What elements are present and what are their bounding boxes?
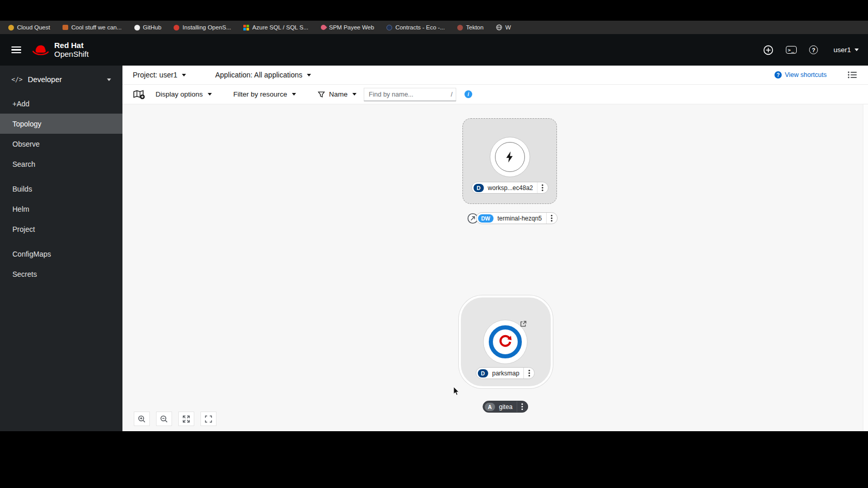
expand-arrows-icon — [182, 415, 191, 423]
bookmark-item[interactable]: Cool stuff we can... — [63, 24, 122, 30]
openshift-icon — [174, 25, 179, 30]
cloud-quest-icon — [8, 25, 14, 30]
sidebar-item-configmaps[interactable]: ConfigMaps — [0, 244, 122, 264]
hamburger-menu-icon[interactable] — [11, 46, 21, 54]
letterbox-bottom — [0, 431, 868, 488]
kebab-menu-icon[interactable] — [546, 213, 557, 224]
terminal-label-pill[interactable]: DW terminal-hezqn5 — [476, 212, 557, 224]
filter-by-resource-dropdown[interactable]: Filter by resource — [234, 90, 296, 98]
sidebar-item-add[interactable]: +Add — [0, 93, 122, 114]
gitea-label-pill[interactable]: A gitea — [483, 401, 528, 413]
chevron-down-icon — [107, 78, 111, 81]
bookmark-label: Installing OpenS... — [182, 24, 231, 30]
tekton-icon — [457, 25, 463, 30]
bookmark-label: Contracts - Eco -... — [395, 24, 445, 30]
sidebar-item-secrets[interactable]: Secrets — [0, 264, 122, 284]
project-dropdown[interactable]: Project: user1 — [133, 71, 186, 79]
workspace-name: worksp...ec48a2 — [484, 184, 537, 192]
parksmap-label-pill[interactable]: D parksmap — [476, 367, 535, 379]
topology-toolbar: Display options Filter by resource Name — [122, 85, 868, 104]
help-icon[interactable]: ? — [809, 45, 818, 54]
app-body: </> Developer +Add Topology Observe Sear… — [0, 66, 868, 431]
view-shortcuts-label: View shortcuts — [785, 71, 827, 78]
context-bar: Project: user1 Application: All applicat… — [122, 66, 868, 85]
brand-line1: Red Hat — [54, 41, 89, 50]
kebab-menu-icon[interactable] — [537, 182, 548, 193]
info-icon[interactable]: i — [464, 90, 472, 98]
name-filter-dropdown[interactable]: Name — [329, 90, 357, 98]
bookmark-label: Azure SQL / SQL S... — [252, 24, 308, 30]
chevron-down-icon — [208, 93, 212, 96]
perspective-switcher[interactable]: </> Developer — [0, 66, 122, 93]
sidebar-item-topology[interactable]: Topology — [0, 114, 122, 134]
sidebar-item-observe[interactable]: Observe — [0, 134, 122, 154]
kebab-menu-icon[interactable] — [523, 368, 534, 379]
filter-by-resource-label: Filter by resource — [234, 90, 287, 98]
masthead-actions: >_ ? user1 — [763, 45, 859, 55]
github-icon — [134, 25, 140, 30]
bookmark-item[interactable]: Installing OpenS... — [174, 24, 231, 30]
bookmark-item[interactable]: Cloud Quest — [8, 24, 50, 30]
zoom-out-button[interactable] — [156, 412, 172, 426]
name-filter-group: Name — [318, 90, 357, 98]
view-shortcuts-link[interactable]: ? View shortcuts — [774, 71, 827, 78]
display-options-label: Display options — [156, 90, 203, 98]
bookmark-label: W — [505, 24, 511, 30]
bookmark-label: GitHub — [143, 24, 162, 30]
bookmark-label: SPM Payee Web — [329, 24, 374, 30]
devworkspace-node[interactable] — [490, 137, 530, 177]
application-label: Application: All applications — [215, 71, 302, 79]
sidebar-item-project[interactable]: Project — [0, 219, 122, 239]
user-menu[interactable]: user1 — [833, 46, 859, 54]
chevron-down-icon — [292, 93, 296, 96]
sidebar-item-search[interactable]: Search — [0, 154, 122, 174]
fullscreen-button[interactable] — [200, 412, 216, 426]
chevron-down-icon — [307, 74, 311, 76]
bookmark-item[interactable]: Azure SQL / SQL S... — [243, 24, 308, 30]
bookmark-label: Cool stuff we can... — [71, 24, 122, 30]
vertical-scrollbar[interactable] — [863, 104, 868, 431]
application-badge: A — [485, 403, 495, 411]
document-icon — [63, 25, 68, 30]
chevron-down-icon — [855, 49, 859, 51]
bookmark-item[interactable]: Tekton — [457, 24, 484, 30]
topology-canvas[interactable]: D worksp...ec48a2 DW terminal-hezqn5 — [122, 104, 868, 431]
bookmark-label: Tekton — [466, 24, 484, 30]
find-by-name-input[interactable] — [364, 88, 456, 101]
bookmark-item[interactable]: Contracts - Eco -... — [386, 24, 445, 30]
bookmarks-bar: Cloud Quest Cool stuff we can... GitHub … — [0, 21, 868, 34]
microsoft-grid-icon — [243, 25, 249, 30]
letterbox-top — [0, 0, 868, 21]
contracts-icon — [386, 25, 392, 30]
fit-to-screen-button[interactable] — [178, 412, 194, 426]
brand-text: Red Hat OpenShift — [54, 41, 89, 58]
slash-shortcut-hint: / — [451, 91, 453, 98]
sidebar-item-builds[interactable]: Builds — [0, 179, 122, 199]
question-circle-icon: ? — [774, 71, 782, 78]
bookmark-item[interactable]: W — [496, 24, 511, 30]
web-terminal-icon[interactable]: >_ — [786, 46, 797, 54]
list-view-toggle-icon[interactable] — [847, 70, 858, 80]
mouse-cursor — [453, 386, 460, 398]
sidebar-divider — [0, 239, 122, 244]
add-circle-icon[interactable] — [763, 45, 773, 55]
export-application-icon[interactable] — [133, 89, 145, 100]
application-dropdown[interactable]: Application: All applications — [215, 71, 311, 79]
bookmark-item[interactable]: GitHub — [134, 24, 162, 30]
sidebar-divider — [0, 174, 122, 179]
kebab-menu-icon[interactable] — [517, 401, 528, 412]
developer-code-icon: </> — [11, 76, 23, 83]
external-link-icon[interactable] — [519, 320, 528, 328]
sidebar: </> Developer +Add Topology Observe Sear… — [0, 66, 122, 431]
workspace-label-pill[interactable]: D worksp...ec48a2 — [472, 182, 549, 194]
sidebar-item-helm[interactable]: Helm — [0, 199, 122, 219]
zoom-in-button[interactable] — [134, 412, 150, 426]
bookmark-label: Cloud Quest — [17, 24, 50, 30]
redhat-openshift-logo[interactable]: Red Hat OpenShift — [32, 41, 89, 58]
bookmark-item[interactable]: SPM Payee Web — [321, 24, 374, 30]
terminal-name: terminal-hezqn5 — [493, 215, 546, 222]
lightning-bolt-icon — [503, 150, 517, 164]
deployment-badge: D — [478, 369, 488, 377]
display-options-dropdown[interactable]: Display options — [156, 90, 212, 98]
redhat-hat-icon — [32, 43, 50, 57]
